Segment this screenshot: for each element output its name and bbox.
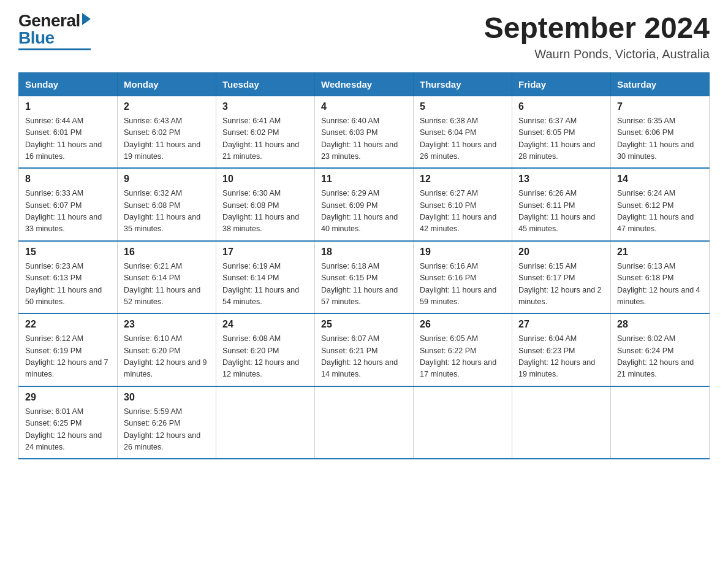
calendar-cell: 28Sunrise: 6:02 AMSunset: 6:24 PMDayligh…	[611, 313, 710, 386]
calendar-cell: 30Sunrise: 5:59 AMSunset: 6:26 PMDayligh…	[118, 386, 216, 459]
day-number: 12	[420, 174, 506, 185]
logo-general-text: General	[18, 12, 80, 29]
day-detail: Sunrise: 6:30 AMSunset: 6:08 PMDaylight:…	[222, 188, 308, 236]
calendar-week-row: 15Sunrise: 6:23 AMSunset: 6:13 PMDayligh…	[19, 241, 710, 314]
calendar-cell	[216, 386, 315, 459]
month-year-title: September 2024	[484, 12, 710, 45]
day-detail: Sunrise: 6:18 AMSunset: 6:15 PMDaylight:…	[321, 261, 407, 308]
day-detail: Sunrise: 6:13 AMSunset: 6:18 PMDaylight:…	[617, 261, 703, 308]
day-detail: Sunrise: 6:24 AMSunset: 6:12 PMDaylight:…	[617, 188, 703, 236]
calendar-cell: 27Sunrise: 6:04 AMSunset: 6:23 PMDayligh…	[512, 313, 611, 386]
day-detail: Sunrise: 6:19 AMSunset: 6:14 PMDaylight:…	[222, 261, 308, 308]
calendar-cell: 20Sunrise: 6:15 AMSunset: 6:17 PMDayligh…	[512, 241, 611, 314]
day-number: 21	[617, 247, 703, 258]
calendar-cell: 12Sunrise: 6:27 AMSunset: 6:10 PMDayligh…	[414, 168, 512, 241]
calendar-week-row: 22Sunrise: 6:12 AMSunset: 6:19 PMDayligh…	[19, 313, 710, 386]
day-detail: Sunrise: 6:10 AMSunset: 6:20 PMDaylight:…	[124, 333, 210, 381]
calendar-cell: 7Sunrise: 6:35 AMSunset: 6:06 PMDaylight…	[611, 96, 710, 168]
day-detail: Sunrise: 6:15 AMSunset: 6:17 PMDaylight:…	[518, 261, 604, 308]
day-number: 24	[222, 319, 308, 330]
day-detail: Sunrise: 6:05 AMSunset: 6:22 PMDaylight:…	[420, 333, 506, 381]
calendar-weekday-thursday: Thursday	[414, 72, 512, 96]
calendar-cell: 25Sunrise: 6:07 AMSunset: 6:21 PMDayligh…	[315, 313, 414, 386]
calendar-weekday-sunday: Sunday	[19, 72, 118, 96]
calendar-cell: 19Sunrise: 6:16 AMSunset: 6:16 PMDayligh…	[414, 241, 512, 314]
day-detail: Sunrise: 6:21 AMSunset: 6:14 PMDaylight:…	[124, 261, 210, 308]
calendar-cell	[512, 386, 611, 459]
location-subtitle: Waurn Ponds, Victoria, Australia	[484, 47, 710, 61]
day-detail: Sunrise: 6:37 AMSunset: 6:05 PMDaylight:…	[518, 115, 604, 163]
day-detail: Sunrise: 6:23 AMSunset: 6:13 PMDaylight:…	[25, 261, 111, 308]
day-number: 20	[518, 247, 604, 258]
calendar-cell: 24Sunrise: 6:08 AMSunset: 6:20 PMDayligh…	[216, 313, 315, 386]
day-detail: Sunrise: 6:16 AMSunset: 6:16 PMDaylight:…	[420, 261, 506, 308]
day-number: 13	[518, 174, 604, 185]
title-block: September 2024 Waurn Ponds, Victoria, Au…	[484, 12, 710, 61]
calendar-cell: 3Sunrise: 6:41 AMSunset: 6:02 PMDaylight…	[216, 96, 315, 168]
calendar-cell	[611, 386, 710, 459]
day-detail: Sunrise: 6:27 AMSunset: 6:10 PMDaylight:…	[420, 188, 506, 236]
calendar-week-row: 8Sunrise: 6:33 AMSunset: 6:07 PMDaylight…	[19, 168, 710, 241]
calendar-cell: 17Sunrise: 6:19 AMSunset: 6:14 PMDayligh…	[216, 241, 315, 314]
calendar-cell: 15Sunrise: 6:23 AMSunset: 6:13 PMDayligh…	[19, 241, 118, 314]
calendar-cell: 16Sunrise: 6:21 AMSunset: 6:14 PMDayligh…	[118, 241, 216, 314]
day-detail: Sunrise: 6:04 AMSunset: 6:23 PMDaylight:…	[518, 333, 604, 381]
day-number: 3	[222, 101, 308, 112]
day-detail: Sunrise: 6:26 AMSunset: 6:11 PMDaylight:…	[518, 188, 604, 236]
calendar-header-row: SundayMondayTuesdayWednesdayThursdayFrid…	[19, 72, 710, 96]
day-number: 17	[222, 247, 308, 258]
day-detail: Sunrise: 6:33 AMSunset: 6:07 PMDaylight:…	[25, 188, 111, 236]
day-number: 25	[321, 319, 407, 330]
day-detail: Sunrise: 6:35 AMSunset: 6:06 PMDaylight:…	[617, 115, 703, 163]
day-detail: Sunrise: 5:59 AMSunset: 6:26 PMDaylight:…	[124, 406, 210, 454]
calendar-cell	[315, 386, 414, 459]
day-number: 1	[25, 101, 111, 112]
day-detail: Sunrise: 6:12 AMSunset: 6:19 PMDaylight:…	[25, 333, 111, 381]
calendar-table: SundayMondayTuesdayWednesdayThursdayFrid…	[18, 72, 710, 460]
day-number: 28	[617, 319, 703, 330]
day-detail: Sunrise: 6:38 AMSunset: 6:04 PMDaylight:…	[420, 115, 506, 163]
day-number: 11	[321, 174, 407, 185]
day-number: 30	[124, 392, 210, 403]
calendar-cell: 2Sunrise: 6:43 AMSunset: 6:02 PMDaylight…	[118, 96, 216, 168]
calendar-cell: 18Sunrise: 6:18 AMSunset: 6:15 PMDayligh…	[315, 241, 414, 314]
day-number: 7	[617, 101, 703, 112]
calendar-cell: 21Sunrise: 6:13 AMSunset: 6:18 PMDayligh…	[611, 241, 710, 314]
day-detail: Sunrise: 6:44 AMSunset: 6:01 PMDaylight:…	[25, 115, 111, 163]
day-number: 27	[518, 319, 604, 330]
calendar-cell: 1Sunrise: 6:44 AMSunset: 6:01 PMDaylight…	[19, 96, 118, 168]
day-number: 18	[321, 247, 407, 258]
day-number: 19	[420, 247, 506, 258]
day-number: 22	[25, 319, 111, 330]
day-number: 5	[420, 101, 506, 112]
day-detail: Sunrise: 6:29 AMSunset: 6:09 PMDaylight:…	[321, 188, 407, 236]
logo-underline	[18, 48, 91, 50]
calendar-cell: 5Sunrise: 6:38 AMSunset: 6:04 PMDaylight…	[414, 96, 512, 168]
day-number: 6	[518, 101, 604, 112]
calendar-cell: 6Sunrise: 6:37 AMSunset: 6:05 PMDaylight…	[512, 96, 611, 168]
day-detail: Sunrise: 6:41 AMSunset: 6:02 PMDaylight:…	[222, 115, 308, 163]
calendar-cell: 4Sunrise: 6:40 AMSunset: 6:03 PMDaylight…	[315, 96, 414, 168]
day-number: 10	[222, 174, 308, 185]
calendar-cell: 22Sunrise: 6:12 AMSunset: 6:19 PMDayligh…	[19, 313, 118, 386]
calendar-cell: 29Sunrise: 6:01 AMSunset: 6:25 PMDayligh…	[19, 386, 118, 459]
day-number: 8	[25, 174, 111, 185]
day-detail: Sunrise: 6:01 AMSunset: 6:25 PMDaylight:…	[25, 406, 111, 454]
day-number: 26	[420, 319, 506, 330]
calendar-week-row: 1Sunrise: 6:44 AMSunset: 6:01 PMDaylight…	[19, 96, 710, 168]
logo-arrow-icon	[82, 13, 91, 25]
calendar-cell: 26Sunrise: 6:05 AMSunset: 6:22 PMDayligh…	[414, 313, 512, 386]
calendar-week-row: 29Sunrise: 6:01 AMSunset: 6:25 PMDayligh…	[19, 386, 710, 459]
calendar-weekday-wednesday: Wednesday	[315, 72, 414, 96]
day-detail: Sunrise: 6:08 AMSunset: 6:20 PMDaylight:…	[222, 333, 308, 381]
day-number: 29	[25, 392, 111, 403]
logo: General Blue	[18, 12, 91, 50]
page-header: General Blue September 2024 Waurn Ponds,…	[18, 12, 710, 61]
calendar-weekday-saturday: Saturday	[611, 72, 710, 96]
calendar-weekday-friday: Friday	[512, 72, 611, 96]
calendar-cell: 11Sunrise: 6:29 AMSunset: 6:09 PMDayligh…	[315, 168, 414, 241]
calendar-cell: 10Sunrise: 6:30 AMSunset: 6:08 PMDayligh…	[216, 168, 315, 241]
day-detail: Sunrise: 6:07 AMSunset: 6:21 PMDaylight:…	[321, 333, 407, 381]
day-number: 4	[321, 101, 407, 112]
day-number: 9	[124, 174, 210, 185]
